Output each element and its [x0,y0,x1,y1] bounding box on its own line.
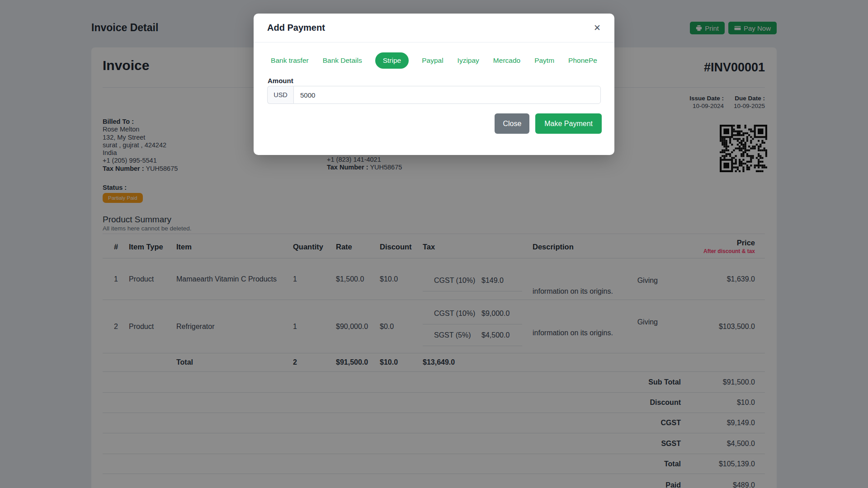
close-icon[interactable]: ✕ [594,23,601,32]
amount-input[interactable] [293,86,601,104]
currency-addon: USD [267,86,293,104]
tab-stripe[interactable]: Stripe [375,52,409,69]
tab-bank-trasfer[interactable]: Bank trasfer [270,53,310,68]
modal-header: Add Payment ✕ [254,14,614,42]
tab-iyzipay[interactable]: Iyzipay [457,53,480,68]
modal-actions: Close Make Payment [495,113,602,134]
make-payment-button[interactable]: Make Payment [535,113,602,134]
add-payment-modal: Add Payment ✕ Bank trasferBank DetailsSt… [254,14,614,155]
tab-phonepe[interactable]: PhonePe [567,53,598,68]
amount-input-group: USD [267,86,601,104]
tab-paytm[interactable]: Paytm [533,53,555,68]
modal-title: Add Payment [267,23,325,33]
amount-label: Amount [268,77,293,84]
tab-bank-details[interactable]: Bank Details [322,53,363,68]
payment-method-tabs: Bank trasferBank DetailsStripePaypalIyzi… [254,52,614,69]
tab-paypal[interactable]: Paypal [421,53,444,68]
close-button[interactable]: Close [495,113,529,134]
invoice-detail-page: Invoice Detail Print Pay Now Invoice #IN… [0,0,868,488]
tab-mercado[interactable]: Mercado [492,53,521,68]
